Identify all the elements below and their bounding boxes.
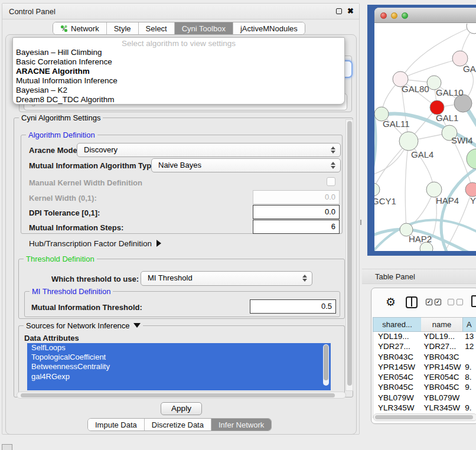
table-row[interactable]: YDL19...YDL19...13 — [373, 332, 476, 342]
menu-item-aracne-algorithm[interactable]: ARACNE Algorithm — [13, 67, 344, 76]
combo-arrows-icon — [302, 274, 307, 282]
kernel-width-field[interactable]: 0.0 — [253, 190, 340, 204]
table-panel: ⚙ ✓ ✓ shared... name A YDL19...YDL19...1… — [371, 288, 476, 424]
select-all-icon-2: ✓ — [435, 299, 441, 305]
cytoscape-screen: Control Panel ✖ NetworkStyleSelectCyni T… — [0, 0, 476, 450]
bottom-tab-discretize-data[interactable]: Discretize Data — [145, 419, 211, 431]
menu-item-bayesian-k2[interactable]: Bayesian – K2 — [13, 86, 344, 95]
attributes-vscrollbar[interactable] — [323, 344, 329, 386]
minimize-window-icon[interactable] — [391, 12, 397, 19]
list-item-betweennesscentrality[interactable]: BetweennessCentrality — [27, 362, 331, 371]
node-label-gcy1: GCY1 — [374, 196, 396, 206]
list-item-topologicalcoefficient[interactable]: TopologicalCoefficient — [27, 353, 331, 362]
close-panel-icon[interactable]: ✖ — [347, 6, 354, 15]
settings-hscrollbar[interactable] — [17, 392, 346, 399]
mi-threshold-field[interactable]: 0.5 — [250, 299, 336, 314]
tab-network[interactable]: Network — [53, 22, 107, 34]
gear-icon[interactable]: ⚙ — [386, 295, 396, 309]
list-item-selfloops[interactable]: SelfLoops — [27, 343, 331, 353]
menu-item-basic-correlation-inference[interactable]: Basic Correlation Inference — [13, 57, 344, 67]
node-label-gal: GAL — [463, 64, 476, 74]
table-cell: YER054C — [422, 373, 463, 383]
column-header-name[interactable]: name — [421, 317, 462, 332]
table-body: YDL19...YDL19...13YDR27...YDR27...12YBR0… — [373, 332, 476, 418]
network-node[interactable] — [399, 132, 418, 151]
network-node[interactable] — [374, 183, 380, 196]
settings-vscrollbar[interactable] — [345, 119, 353, 391]
table-cell: YDR27... — [373, 342, 422, 352]
menu-item-dream8-dc-tdc-algorithm[interactable]: Dream8 DC_TDC Algorithm — [13, 95, 344, 105]
table-row[interactable]: YBR043CYBR043C — [373, 353, 476, 363]
algorithm-popup: Select algorithm to view settings Bayesi… — [12, 37, 345, 105]
column-selector-icon[interactable] — [406, 296, 418, 308]
node-label-gal10: GAL10 — [436, 87, 464, 97]
table-cell: YDL19... — [373, 332, 422, 342]
bottom-tab-label: Discretize Data — [152, 420, 204, 429]
table-header-row: shared... name A — [373, 317, 476, 332]
node-label-gal4: GAL4 — [411, 149, 433, 159]
data-attributes-list[interactable]: SelfLoopsTopologicalCoefficientBetweenne… — [27, 343, 331, 390]
network-canvas[interactable]: GALGAL80GAL10GAL1GAL11SWI4GAL4GCY1HAP4YH… — [374, 24, 476, 251]
table-cell: YDR27... — [422, 342, 463, 352]
apply-button[interactable]: Apply — [161, 402, 202, 415]
column-header-shared-name[interactable]: shared... — [373, 317, 421, 332]
dpi-tolerance-field[interactable]: 0.0 — [253, 205, 340, 219]
table-row[interactable]: YLR345WYLR345W9. — [373, 403, 476, 413]
tab-jactivemnodules[interactable]: jActiveMNodules — [233, 22, 305, 34]
deselect-all-icon[interactable] — [448, 299, 454, 305]
network-edges-thick — [374, 94, 476, 251]
collapse-arrow-icon — [133, 323, 141, 328]
network-node[interactable] — [467, 149, 476, 169]
table-cell: YDL19... — [422, 332, 463, 342]
zoom-window-icon[interactable] — [402, 12, 408, 19]
node-label-gal80: GAL80 — [402, 84, 429, 94]
table-row[interactable]: YPR145WYPR145W9. — [373, 363, 476, 373]
node-label-gal11: GAL11 — [383, 119, 410, 129]
table-cell: YBL079W — [373, 393, 422, 403]
float-panel-icon[interactable] — [336, 8, 342, 14]
sources-group-title[interactable]: Sources for Network Inference — [24, 321, 143, 330]
manual-kernel-checkbox[interactable] — [327, 177, 335, 186]
expand-arrow-icon — [157, 240, 161, 247]
collapsed-panel-icon[interactable] — [2, 444, 12, 450]
aracne-mode-combo[interactable]: Discovery — [77, 143, 341, 157]
table-row[interactable]: YER054CYER054C8. — [373, 373, 476, 383]
bottom-tab-impute-data[interactable]: Impute Data — [88, 419, 145, 431]
close-window-icon[interactable] — [380, 12, 387, 19]
mi-threshold-group-title: MI Threshold Definition — [30, 287, 113, 296]
table-row[interactable]: YBR045CYBR045C9. — [373, 383, 476, 393]
algorithm-popup-placeholder: Select algorithm to view settings — [13, 38, 344, 48]
table-cell: 13 — [462, 332, 476, 342]
table-hscrollbar[interactable] — [373, 413, 476, 421]
algorithm-definition-title: Algorithm Definition — [26, 131, 97, 139]
table-cell: 9. — [462, 403, 476, 413]
export-table-icon[interactable] — [471, 295, 476, 307]
network-node[interactable] — [467, 24, 476, 34]
table-row[interactable]: YDR27...YDR27...12 — [373, 342, 476, 352]
mi-type-label: Mutual Information Algorithm Type: — [29, 161, 158, 170]
panel-divider-handle[interactable] — [360, 220, 363, 225]
table-row[interactable]: YBL079WYBL079W — [373, 393, 476, 403]
network-window[interactable]: GALGAL80GAL10GAL1GAL11SWI4GAL4GCY1HAP4YH… — [374, 8, 476, 251]
tab-style[interactable]: Style — [107, 22, 139, 34]
bottom-tab-label: Impute Data — [95, 420, 137, 429]
network-window-titlebar[interactable] — [374, 8, 476, 23]
menu-item-mutual-information-inference[interactable]: Mutual Information Inference — [13, 76, 344, 86]
tab-cyni-toolbox[interactable]: Cyni Toolbox — [175, 22, 233, 34]
bottom-tab-infer-network[interactable]: Infer Network — [211, 419, 271, 431]
tab-select[interactable]: Select — [139, 22, 175, 34]
network-graph: GALGAL80GAL10GAL1GAL11SWI4GAL4GCY1HAP4YH… — [374, 24, 476, 251]
control-panel-titlebar: Control Panel ✖ — [2, 4, 359, 19]
network-node[interactable] — [465, 182, 476, 197]
column-header-clipped[interactable]: A — [462, 317, 476, 332]
table-cell: 12 — [462, 342, 476, 352]
which-threshold-combo[interactable]: MI Threshold — [141, 271, 312, 286]
mi-steps-field[interactable]: 6 — [253, 220, 340, 234]
select-all-icon[interactable]: ✓ — [426, 299, 432, 305]
combo-arrows-icon — [331, 146, 335, 154]
mi-type-combo[interactable]: Naive Bayes — [151, 158, 341, 172]
hub-definition-toggle[interactable]: Hub/Transcription Factor Definition — [29, 239, 161, 248]
menu-item-bayesian-hill-climbing[interactable]: Bayesian – Hill Climbing — [13, 48, 344, 57]
list-item-gal4rgexp[interactable]: gal4RGexp — [27, 372, 331, 381]
table-cell — [462, 393, 476, 403]
